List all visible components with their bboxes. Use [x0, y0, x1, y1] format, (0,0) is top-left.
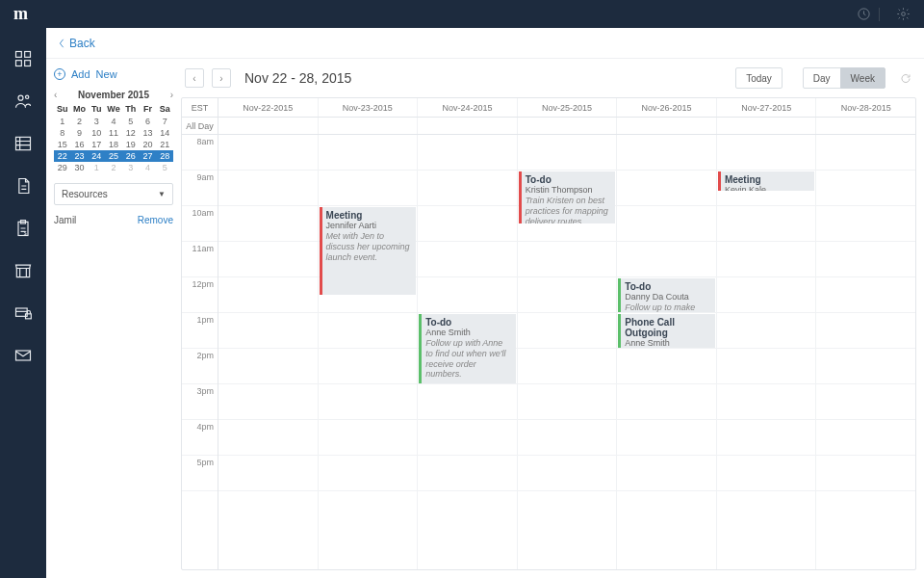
calendar-event[interactable]: MeetingJennifer AartiMet with Jen to dis… — [320, 207, 417, 295]
today-button[interactable]: Today — [735, 67, 783, 89]
mini-day[interactable]: 29 — [54, 162, 71, 173]
mini-day[interactable]: 2 — [71, 116, 89, 127]
mini-day[interactable]: 12 — [122, 127, 140, 139]
calendar-event[interactable]: MeetingKevin Kale — [718, 171, 815, 191]
mini-day[interactable]: 21 — [156, 139, 173, 150]
event-title: Meeting — [725, 174, 811, 185]
mini-day[interactable]: 10 — [88, 127, 105, 139]
prev-week-button[interactable]: ‹ — [185, 68, 204, 88]
svg-rect-4 — [16, 61, 22, 66]
mini-day[interactable]: 19 — [122, 139, 140, 150]
next-month-button[interactable]: › — [170, 90, 173, 100]
resources-dropdown[interactable]: Resources ▼ — [54, 183, 173, 205]
allday-cell[interactable] — [418, 118, 518, 134]
mini-day[interactable]: 5 — [122, 116, 140, 127]
mini-day-next[interactable]: 4 — [140, 162, 157, 173]
week-view-button[interactable]: Week — [840, 67, 886, 89]
mini-day-next[interactable]: 2 — [105, 162, 122, 173]
mini-day-next[interactable]: 5 — [156, 162, 173, 173]
plus-icon[interactable]: + — [54, 68, 65, 80]
storefront-icon[interactable] — [12, 259, 35, 282]
mini-day[interactable]: 9 — [71, 127, 89, 139]
mini-day[interactable]: 23 — [71, 150, 89, 162]
mini-day[interactable]: 4 — [105, 116, 122, 127]
svg-rect-14 — [16, 351, 31, 360]
mini-day-next[interactable]: 3 — [122, 162, 140, 173]
event-person: Kevin Kale — [725, 185, 811, 191]
mini-day[interactable]: 6 — [140, 116, 157, 127]
day-view-button[interactable]: Day — [803, 67, 841, 89]
card-lock-icon[interactable] — [12, 302, 35, 325]
day-header: Nov-28-2015 — [816, 98, 915, 117]
mini-day[interactable]: 15 — [54, 139, 71, 150]
day-column[interactable]: To-doDanny Da CoutaFollow up to make sur… — [617, 135, 717, 569]
allday-cell[interactable] — [617, 118, 717, 134]
allday-cell[interactable] — [717, 118, 817, 134]
mini-dow: We — [105, 102, 122, 116]
mini-day[interactable]: 3 — [88, 116, 105, 127]
calendar-event[interactable]: To-doDanny Da CoutaFollow up to make sur… — [618, 278, 715, 312]
mini-dow: Tu — [88, 102, 105, 116]
allday-cell[interactable] — [518, 118, 618, 134]
document-icon[interactable] — [12, 174, 35, 197]
mini-day[interactable]: 26 — [122, 150, 140, 162]
new-link[interactable]: New — [96, 68, 117, 80]
mini-day[interactable]: 14 — [156, 127, 173, 139]
mail-icon[interactable] — [12, 344, 35, 367]
mini-day[interactable]: 18 — [105, 139, 122, 150]
list-icon[interactable] — [12, 132, 35, 155]
calendar-event[interactable]: To-doAnne SmithFollow up with Anne to fi… — [419, 314, 516, 383]
day-column[interactable]: MeetingJennifer AartiMet with Jen to dis… — [319, 135, 419, 569]
allday-cell[interactable] — [218, 118, 319, 134]
resource-name: Jamil — [54, 215, 76, 225]
day-header: Nov-26-2015 — [617, 98, 717, 117]
mini-day[interactable]: 8 — [54, 127, 71, 139]
mini-day[interactable]: 13 — [140, 127, 157, 139]
clock-icon[interactable] — [856, 7, 871, 22]
day-column[interactable]: MeetingKevin Kale — [717, 135, 817, 569]
mini-dow: Mo — [71, 102, 89, 116]
day-column[interactable] — [218, 135, 319, 569]
allday-cell[interactable] — [319, 118, 419, 134]
dashboard-icon[interactable] — [12, 47, 35, 70]
mini-day[interactable]: 1 — [54, 116, 71, 127]
mini-day[interactable]: 7 — [156, 116, 173, 127]
mini-day[interactable]: 24 — [88, 150, 105, 162]
event-title: To-do — [625, 281, 711, 292]
mini-day[interactable]: 25 — [105, 150, 122, 162]
svg-text:$: $ — [24, 230, 27, 236]
refresh-icon[interactable] — [899, 71, 912, 85]
mini-day[interactable]: 30 — [71, 162, 89, 173]
mini-day[interactable]: 27 — [140, 150, 157, 162]
contacts-icon[interactable] — [12, 90, 35, 113]
mini-day[interactable]: 28 — [156, 150, 173, 162]
time-label: 5pm — [182, 456, 218, 491]
mini-day[interactable]: 20 — [140, 139, 157, 150]
remove-link[interactable]: Remove — [138, 215, 173, 225]
mini-dow: Su — [54, 102, 71, 116]
mini-day[interactable]: 16 — [71, 139, 89, 150]
event-title: To-do — [526, 174, 612, 185]
allday-cell[interactable] — [816, 118, 915, 134]
calendar-toolbar: ‹ › Nov 22 - 28, 2015 Today Day Week — [181, 59, 916, 97]
event-note: Follow up with Anne to find out when we'… — [425, 338, 512, 380]
back-link[interactable]: Back — [58, 37, 95, 50]
clipboard-icon[interactable]: $ — [12, 217, 35, 240]
gear-icon[interactable] — [895, 7, 911, 22]
prev-month-button[interactable]: ‹ — [54, 90, 57, 100]
event-note: Follow up to make sure Danny received hi… — [625, 302, 711, 312]
day-column[interactable]: To-doAnne SmithFollow up with Anne to fi… — [418, 135, 518, 569]
next-week-button[interactable]: › — [212, 68, 231, 88]
mini-day-next[interactable]: 1 — [88, 162, 105, 173]
day-column[interactable]: To-doKristin ThompsonTrain Kristen on be… — [518, 135, 618, 569]
mini-day[interactable]: 11 — [105, 127, 122, 139]
mini-day[interactable]: 17 — [88, 139, 105, 150]
mini-day[interactable]: 22 — [54, 150, 71, 162]
day-header: Nov-27-2015 — [717, 98, 817, 117]
day-column[interactable] — [816, 135, 915, 569]
calendar-event[interactable]: Phone Call OutgoingAnne SmithCalled Anne… — [618, 314, 715, 348]
event-person: Danny Da Couta — [625, 292, 711, 302]
calendar-event[interactable]: To-doKristin ThompsonTrain Kristen on be… — [519, 171, 616, 223]
day-header: Nov-24-2015 — [418, 98, 518, 117]
add-link[interactable]: Add — [71, 68, 90, 80]
